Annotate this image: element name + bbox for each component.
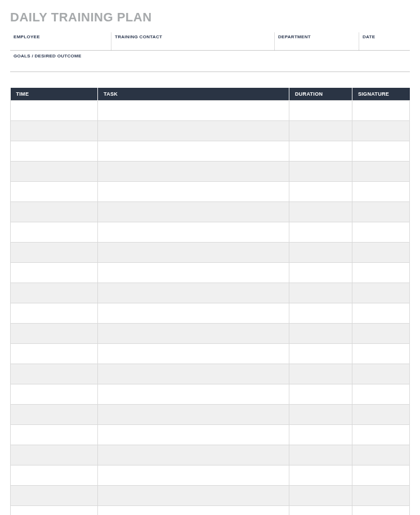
- contact-value[interactable]: [115, 39, 271, 50]
- cell-time[interactable]: [11, 101, 98, 121]
- cell-task[interactable]: [98, 465, 289, 486]
- cell-time[interactable]: [11, 465, 98, 486]
- cell-time[interactable]: [11, 283, 98, 303]
- cell-signature[interactable]: [352, 141, 410, 162]
- table-row: [11, 384, 410, 405]
- cell-duration[interactable]: [289, 506, 352, 516]
- cell-signature[interactable]: [352, 222, 410, 243]
- header-duration: DURATION: [289, 88, 352, 101]
- cell-task[interactable]: [98, 243, 289, 263]
- cell-duration[interactable]: [289, 283, 352, 303]
- goals-label: GOALS / DESIRED OUTCOME: [14, 53, 406, 59]
- cell-time[interactable]: [11, 486, 98, 506]
- cell-duration[interactable]: [289, 364, 352, 384]
- cell-signature[interactable]: [352, 303, 410, 324]
- cell-signature[interactable]: [352, 425, 410, 445]
- cell-task[interactable]: [98, 405, 289, 425]
- cell-signature[interactable]: [352, 364, 410, 384]
- cell-time[interactable]: [11, 121, 98, 141]
- cell-signature[interactable]: [352, 445, 410, 465]
- cell-task[interactable]: [98, 486, 289, 506]
- cell-task[interactable]: [98, 283, 289, 303]
- date-value[interactable]: [363, 39, 406, 50]
- cell-duration[interactable]: [289, 243, 352, 263]
- cell-task[interactable]: [98, 121, 289, 141]
- cell-task[interactable]: [98, 303, 289, 324]
- cell-signature[interactable]: [352, 101, 410, 121]
- cell-task[interactable]: [98, 222, 289, 243]
- cell-time[interactable]: [11, 364, 98, 384]
- cell-duration[interactable]: [289, 162, 352, 182]
- table-row: [11, 445, 410, 465]
- cell-duration[interactable]: [289, 486, 352, 506]
- table-row: [11, 283, 410, 303]
- cell-time[interactable]: [11, 344, 98, 364]
- cell-task[interactable]: [98, 425, 289, 445]
- cell-task[interactable]: [98, 344, 289, 364]
- cell-task[interactable]: [98, 364, 289, 384]
- cell-duration[interactable]: [289, 425, 352, 445]
- employee-value[interactable]: [14, 39, 108, 50]
- cell-signature[interactable]: [352, 324, 410, 344]
- cell-signature[interactable]: [352, 263, 410, 283]
- cell-task[interactable]: [98, 101, 289, 121]
- cell-task[interactable]: [98, 324, 289, 344]
- cell-signature[interactable]: [352, 486, 410, 506]
- cell-time[interactable]: [11, 222, 98, 243]
- cell-time[interactable]: [11, 405, 98, 425]
- cell-signature[interactable]: [352, 243, 410, 263]
- department-value[interactable]: [278, 39, 355, 50]
- table-row: [11, 486, 410, 506]
- cell-task[interactable]: [98, 445, 289, 465]
- page-title: DAILY TRAINING PLAN: [10, 10, 410, 25]
- goals-value[interactable]: [14, 61, 406, 71]
- cell-time[interactable]: [11, 182, 98, 202]
- cell-time[interactable]: [11, 384, 98, 405]
- cell-duration[interactable]: [289, 344, 352, 364]
- cell-duration[interactable]: [289, 182, 352, 202]
- cell-signature[interactable]: [352, 384, 410, 405]
- cell-signature[interactable]: [352, 344, 410, 364]
- cell-time[interactable]: [11, 243, 98, 263]
- table-row: [11, 141, 410, 162]
- cell-time[interactable]: [11, 445, 98, 465]
- cell-signature[interactable]: [352, 506, 410, 516]
- cell-signature[interactable]: [352, 182, 410, 202]
- cell-duration[interactable]: [289, 222, 352, 243]
- cell-signature[interactable]: [352, 283, 410, 303]
- cell-duration[interactable]: [289, 384, 352, 405]
- cell-duration[interactable]: [289, 465, 352, 486]
- cell-task[interactable]: [98, 162, 289, 182]
- cell-time[interactable]: [11, 425, 98, 445]
- cell-duration[interactable]: [289, 121, 352, 141]
- cell-task[interactable]: [98, 263, 289, 283]
- cell-duration[interactable]: [289, 202, 352, 222]
- cell-time[interactable]: [11, 303, 98, 324]
- cell-duration[interactable]: [289, 405, 352, 425]
- cell-task[interactable]: [98, 384, 289, 405]
- cell-duration[interactable]: [289, 101, 352, 121]
- cell-signature[interactable]: [352, 465, 410, 486]
- table-row: [11, 425, 410, 445]
- cell-signature[interactable]: [352, 121, 410, 141]
- cell-duration[interactable]: [289, 445, 352, 465]
- cell-time[interactable]: [11, 202, 98, 222]
- cell-time[interactable]: [11, 263, 98, 283]
- cell-duration[interactable]: [289, 141, 352, 162]
- table-row: [11, 465, 410, 486]
- cell-signature[interactable]: [352, 202, 410, 222]
- cell-signature[interactable]: [352, 405, 410, 425]
- cell-time[interactable]: [11, 162, 98, 182]
- cell-task[interactable]: [98, 506, 289, 516]
- cell-signature[interactable]: [352, 162, 410, 182]
- cell-time[interactable]: [11, 324, 98, 344]
- cell-duration[interactable]: [289, 303, 352, 324]
- cell-duration[interactable]: [289, 324, 352, 344]
- cell-time[interactable]: [11, 506, 98, 516]
- cell-task[interactable]: [98, 202, 289, 222]
- cell-duration[interactable]: [289, 263, 352, 283]
- table-row: [11, 263, 410, 283]
- cell-task[interactable]: [98, 182, 289, 202]
- cell-time[interactable]: [11, 141, 98, 162]
- cell-task[interactable]: [98, 141, 289, 162]
